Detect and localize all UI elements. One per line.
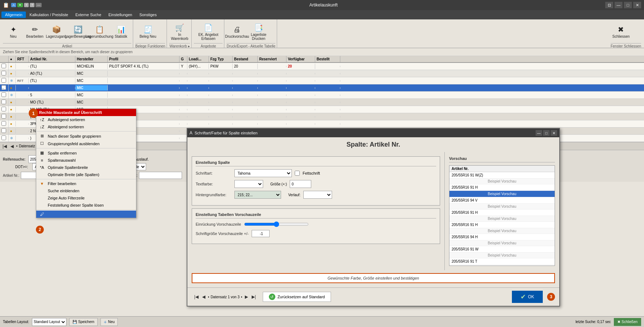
menu-kalkulation[interactable]: Kalkulation / Preisliste — [26, 11, 72, 18]
dialog-min-btn[interactable]: — — [536, 130, 542, 136]
table-row[interactable]: → ● MIC — [0, 84, 644, 92]
th-bestellt[interactable]: Bestellt — [315, 56, 340, 62]
table-row[interactable]: ● (TL) MICHELIN PILOT SPORT 4 XL (TL) Y … — [0, 63, 644, 70]
cm-remove-col[interactable]: ▦ Spalte entfernen — [36, 149, 136, 157]
menu-externe[interactable]: Externe Suche — [72, 11, 105, 18]
cm-opt-all[interactable]: Optimale Breite (alle Spalten) — [36, 171, 136, 178]
th-loading[interactable]: Loadi... — [187, 56, 209, 62]
tool-schliessen[interactable]: ✖ Schliessen — [611, 21, 631, 43]
td-chk[interactable] — [0, 128, 9, 134]
th-verfugbar[interactable]: Verfügbar — [286, 56, 315, 62]
hint-box: Gewünschte Farbe, Größe einstellen und b… — [192, 273, 555, 283]
ok-button[interactable]: ✔ OK — [512, 291, 543, 303]
td-chk[interactable] — [0, 63, 9, 70]
schliessen-group-label: Fenster Schliessen — [611, 43, 641, 48]
table-row[interactable]: ❄ 5 MIC — [0, 92, 644, 99]
th-artikel[interactable]: Artikel Nr. — [29, 56, 75, 62]
th-profil[interactable]: Profil — [108, 56, 179, 62]
cm-fix-col[interactable]: Feststellung dieser Spalte lösen — [36, 202, 136, 209]
tool-lagerliste[interactable]: 📑 Lagerliste Drucken — [248, 21, 269, 43]
td-chk[interactable] — [0, 135, 9, 142]
tool-lagerbewegung[interactable]: 🔄 LagerBewegung — [67, 21, 88, 43]
cm-group-col[interactable]: ⊞ Nach dieser Spalte gruppieren — [36, 132, 136, 140]
th-reserviert[interactable]: Reserviert — [258, 56, 286, 62]
td-chk[interactable] — [0, 99, 9, 106]
td-chk[interactable] — [0, 70, 9, 77]
th-rft[interactable]: RFT — [16, 56, 29, 62]
table-row[interactable]: ● MO (TL) MIC — [0, 99, 644, 106]
restore-btn[interactable]: ⊡ — [605, 2, 613, 8]
td-chk[interactable] — [0, 92, 9, 98]
hintergrund-select[interactable]: 215; 22... — [234, 191, 281, 199]
reset-button[interactable]: ↺ Zurücksetzen auf Standard — [263, 292, 331, 302]
layout-select[interactable]: Standard Layout — [32, 318, 66, 326]
td-chk[interactable] — [0, 106, 9, 113]
cm-filter-edit[interactable]: ▼ Filter bearbeiten — [36, 180, 136, 187]
dlg-nav-next[interactable]: ▶ — [244, 294, 249, 299]
verlauf-select[interactable] — [303, 191, 332, 199]
hide-group-icon: ☐ — [39, 141, 45, 146]
th-hersteller[interactable]: Hersteller — [75, 56, 108, 62]
vl-sub: Beispiel Vorschau — [449, 204, 555, 209]
th-fzgtyp[interactable]: Fzg Typ — [209, 56, 233, 62]
tool-beleg-neu[interactable]: 🧾 Beleg Neu — [135, 21, 160, 43]
tool-statistik[interactable]: 📊 Statistik — [111, 21, 131, 43]
th-g[interactable]: G — [179, 56, 187, 62]
title-bar-controls: ⊡ — □ ✕ — [605, 2, 641, 8]
status-right: letzte Suche: 0,17 sec ✖ Schließen — [575, 318, 641, 326]
cm-sort-asc[interactable]: ↑Z Aufsteigend sortieren — [36, 116, 136, 123]
td-chk[interactable] — [0, 113, 9, 120]
einstellung-tabellen-section: Einstellung Tabellen Vorschauzeile Einrü… — [192, 208, 440, 244]
save-button[interactable]: 💾 Speichern — [69, 318, 98, 326]
table-row[interactable]: ● A0 (TL) MIC — [0, 70, 644, 77]
tool-druckvorschau[interactable]: 🖨 Druckvorschau — [227, 21, 247, 43]
td-chk[interactable] — [0, 77, 9, 84]
nav-first[interactable]: |◀ — [1, 144, 8, 149]
tool-bearbeiten[interactable]: ✏ Bearbeiten — [24, 21, 45, 43]
close-btn[interactable]: ✕ — [633, 2, 641, 8]
vl-sub: Beispiel Vorschau — [449, 179, 555, 184]
tool-ek-angebot[interactable]: 📄 EK. Angebot Erfassen — [194, 21, 223, 43]
cm-farb-schrift[interactable]: 🖊 — [36, 211, 136, 218]
td-chk[interactable] — [0, 120, 9, 127]
nav-prev[interactable]: ◀ — [9, 144, 15, 149]
cm-sort-desc[interactable]: ↓Z Absteigend sortieren — [36, 123, 136, 130]
cm-auto-filter[interactable]: Zeige Auto Filterzeile — [36, 194, 136, 202]
cm-col-select[interactable]: ≡ Spaltenauswahl — [36, 157, 136, 164]
dialog-close-btn[interactable]: ✕ — [551, 130, 557, 136]
cm-search-show[interactable]: Suche einblenden — [36, 187, 136, 194]
menu-einstellungen[interactable]: Einstellungen — [105, 11, 136, 18]
close-button[interactable]: ✖ Schließen — [614, 318, 641, 326]
dialog-max-btn[interactable]: □ — [543, 130, 550, 136]
einrueckung-slider[interactable] — [244, 221, 309, 227]
schriftart-select[interactable]: Tahoma — [234, 169, 292, 177]
dlg-nav-first[interactable]: |◀ — [193, 294, 200, 299]
groesse-input[interactable] — [290, 180, 311, 188]
maximize-btn[interactable]: □ — [624, 2, 632, 8]
table-row[interactable]: ❄ RFT (TL) MIC — [0, 77, 644, 84]
td-hersteller: MICHELIN — [75, 64, 108, 69]
td-bestellt — [315, 66, 340, 67]
new-layout-button[interactable]: + Neu — [101, 318, 118, 326]
warenkorb-group-label: Warenkorb ▸ — [169, 43, 190, 48]
menu-allgemein[interactable]: Allgemein — [1, 11, 26, 18]
cm-hide-group[interactable]: ☐ Gruppierungsfeld ausblenden — [36, 140, 136, 147]
minimize-btn[interactable]: — — [615, 2, 622, 8]
td-fzgtyp — [209, 102, 233, 103]
th-bestand[interactable]: Bestand — [233, 56, 258, 62]
dlg-nav-last[interactable]: ▶| — [251, 294, 257, 299]
tool-lagerzugang[interactable]: 📦 Lagerzugang — [46, 21, 67, 43]
schriftgroesse-spin[interactable] — [252, 230, 270, 237]
fettschrift-label: Fettschrift — [303, 171, 320, 175]
fettschrift-chk[interactable] — [295, 171, 300, 176]
menu-sonstiges[interactable]: Sonstiges — [136, 11, 160, 18]
tool-neu[interactable]: ✦ Neu — [3, 21, 24, 43]
dlg-nav-prev[interactable]: ◀ — [201, 294, 206, 299]
cm-opt-width[interactable]: *A Optimale Spaltenbreite — [36, 164, 136, 171]
sort-asc-icon: ↑Z — [39, 118, 45, 122]
th-status[interactable]: ● — [9, 56, 16, 62]
tool-warenkorb[interactable]: 🛒 In Warenkorb — [169, 21, 190, 43]
artikel-text-input[interactable] — [139, 172, 182, 179]
tool-lagerumbuchung[interactable]: 📋 Lagerumbuchung — [89, 21, 110, 43]
textfarbe-select[interactable] — [234, 180, 263, 188]
